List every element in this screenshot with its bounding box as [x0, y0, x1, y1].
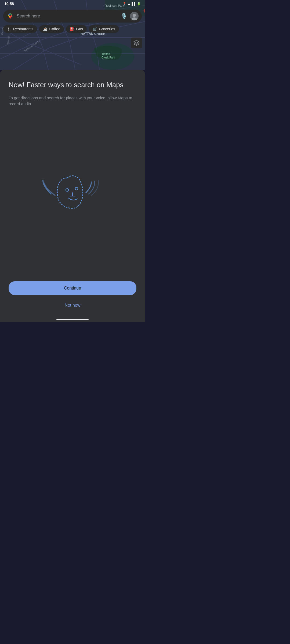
chip-coffee-label: Coffee [49, 27, 60, 31]
coffee-icon: ☕ [43, 27, 48, 31]
gas-icon: ⛽ [70, 27, 74, 31]
chip-grocery-label: Groceries [99, 27, 115, 31]
svg-point-16 [66, 189, 68, 191]
signal-icon: ▌▌ [132, 2, 136, 5]
wifi-icon: ▲ [128, 2, 131, 6]
svg-point-12 [9, 14, 11, 16]
chip-gas[interactable]: ⛽ Gas [66, 25, 87, 33]
category-chips: 🍴 Restaurants ☕ Coffee ⛽ Gas 🛒 Groceries [0, 25, 145, 33]
battery-icon: 🔋 [137, 2, 141, 6]
chip-grocery[interactable]: 🛒 Groceries [89, 25, 119, 33]
bottom-sheet: New! Faster ways to search on Maps To ge… [0, 70, 145, 322]
svg-point-17 [75, 187, 78, 190]
layers-icon [133, 40, 139, 46]
svg-point-14 [133, 14, 136, 17]
continue-button[interactable]: Continue [9, 281, 136, 295]
restaurants-icon: 🍴 [7, 27, 12, 31]
chip-gas-label: Gas [76, 27, 83, 31]
home-indicator [56, 319, 89, 320]
mic-icon[interactable]: 🎙️ [121, 13, 127, 19]
sheet-subtitle: To get directions and search for places … [9, 95, 136, 107]
not-now-button[interactable]: Not now [9, 299, 136, 311]
chip-coffee[interactable]: ☕ Coffee [39, 25, 64, 33]
status-icons: 📍 ▲ ▌▌ 🔋 [122, 2, 141, 6]
search-bar[interactable]: Search here 🎙️ [3, 10, 142, 23]
avatar[interactable] [130, 12, 139, 20]
voice-illustration [9, 107, 136, 281]
location-icon: 📍 [122, 2, 126, 6]
google-maps-logo [6, 12, 14, 20]
svg-text:Rattan: Rattan [102, 53, 110, 56]
layers-button[interactable] [131, 38, 142, 48]
svg-text:Creek Park: Creek Park [102, 56, 115, 59]
status-time: 10:58 [4, 2, 14, 6]
status-bar: 10:58 📍 ▲ ▌▌ 🔋 [0, 0, 145, 8]
search-input[interactable]: Search here [17, 14, 118, 19]
chip-restaurants-label: Restaurants [13, 27, 33, 31]
sheet-title: New! Faster ways to search on Maps [9, 80, 136, 90]
grocery-icon: 🛒 [93, 27, 97, 31]
voice-animation-svg [35, 167, 110, 221]
chip-restaurants[interactable]: 🍴 Restaurants [3, 25, 37, 33]
